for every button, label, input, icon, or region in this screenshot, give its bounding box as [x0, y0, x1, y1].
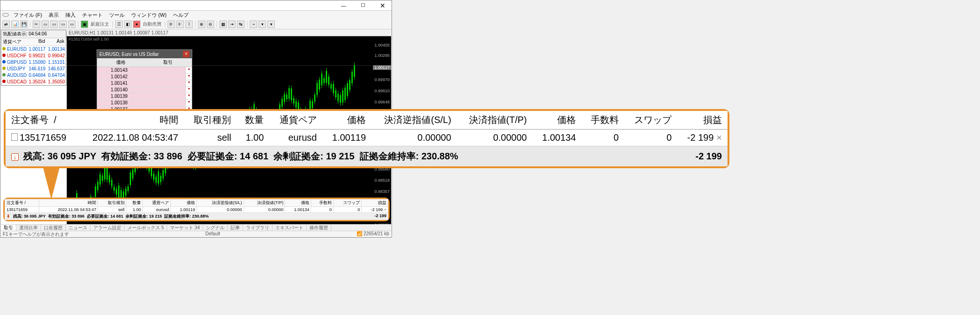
th-price2-lg[interactable]: 価格 — [532, 111, 581, 130]
th-comm-lg[interactable]: 手数料 — [581, 111, 624, 130]
th-price2[interactable]: 価格 — [285, 199, 311, 207]
terminal-tab[interactable]: シグナル — [203, 225, 228, 231]
terminal-tab[interactable]: マーケット 34 — [167, 225, 203, 231]
th-sl[interactable]: 決済逆指値(S/L) — [197, 199, 244, 207]
th-order[interactable]: 注文番号 / — [5, 199, 39, 207]
dom-row[interactable]: 1.00141 ▾ — [97, 80, 192, 87]
th-price1-lg[interactable]: 価格 — [322, 111, 371, 130]
tb-grid-icon[interactable]: ▦ — [219, 21, 227, 28]
close-button[interactable]: ✕ — [376, 1, 390, 10]
dom-row[interactable]: 1.00143 ▾ — [97, 67, 192, 74]
dom-col-price[interactable]: 価格 — [97, 58, 145, 67]
th-tp-lg[interactable]: 決済指値(T/P) — [457, 111, 532, 130]
menu-help[interactable]: ヘルプ — [170, 12, 191, 19]
tb-shift-icon[interactable]: ↹ — [237, 21, 245, 28]
tb-zoomout-icon[interactable]: ⊖ — [207, 21, 214, 28]
th-pl[interactable]: 損益 — [362, 199, 388, 207]
dom-arrow-icon[interactable]: ▾ — [185, 67, 192, 73]
order-row[interactable]: 135171659 2022.11.08 04:53:47 sell 1.00 … — [5, 207, 388, 213]
menu-chart[interactable]: チャート — [79, 12, 105, 19]
menu-insert[interactable]: 挿入 — [63, 12, 78, 19]
th-type-lg[interactable]: 取引種別 — [184, 111, 237, 130]
tb-scroll-icon[interactable]: ⇥ — [228, 21, 236, 28]
th-swap[interactable]: スワップ — [333, 199, 361, 207]
dom-arrow-icon[interactable]: ▾ — [185, 100, 192, 106]
terminal-tab[interactable]: 記事 — [228, 225, 243, 231]
terminal-tab[interactable]: ニュース — [66, 225, 91, 231]
maximize-button[interactable]: ☐ — [356, 1, 370, 10]
th-vol-lg[interactable]: 数量 — [237, 111, 269, 130]
tb-ind-icon[interactable]: ⌁ — [250, 21, 257, 28]
market-watch-row[interactable]: EURUSD 1.00117 1.00134 — [1, 46, 66, 53]
tb-order-icon[interactable]: ▣ — [81, 21, 88, 28]
dom-row[interactable]: 1.00138 ▾ — [97, 100, 192, 106]
dom-arrow-icon[interactable]: ▾ — [185, 93, 192, 99]
th-sl-lg[interactable]: 決済逆指値(S/L) — [371, 111, 457, 130]
terminal-tab[interactable]: 取引 — [1, 225, 16, 231]
dom-arrow-icon[interactable]: ▾ — [185, 80, 192, 86]
terminal-tab[interactable]: 操作履歴 — [307, 225, 331, 231]
terminal-tab[interactable]: 運用比率 — [16, 225, 41, 231]
th-vol[interactable]: 数量 — [126, 199, 142, 207]
mw-col-ask[interactable]: Ask — [47, 38, 66, 46]
dom-arrow-icon[interactable]: ▾ — [185, 87, 192, 93]
dom-arrow-icon[interactable]: ▾ — [185, 74, 192, 80]
menu-file[interactable]: ファイル (F) — [11, 12, 45, 19]
minimize-button[interactable]: — — [336, 1, 350, 10]
menu-view[interactable]: 表示 — [46, 12, 62, 19]
th-price1[interactable]: 価格 — [171, 199, 197, 207]
th-order-lg[interactable]: 注文番号 / — [6, 111, 78, 130]
dom-col-trade[interactable]: 取引 — [145, 58, 192, 67]
tb-save-icon[interactable]: 💾 — [20, 21, 28, 28]
tb-temp-icon[interactable]: ▾ — [259, 21, 266, 28]
th-symbol-lg[interactable]: 通貨ペア — [269, 111, 322, 130]
terminal-tab[interactable]: 口座履歴 — [41, 225, 66, 231]
autotrade-label[interactable]: 自動売買 — [142, 21, 162, 27]
th-pl-lg[interactable]: 損益 — [677, 111, 728, 130]
tb-cut-icon[interactable]: ✂ — [33, 21, 40, 28]
tb-transfer-icon[interactable]: ⇄ — [2, 21, 10, 28]
market-watch-row[interactable]: AUDUSD 0.64684 0.64704 — [1, 72, 66, 79]
th-time-lg[interactable]: 時間 — [78, 111, 184, 130]
market-watch-row[interactable]: USDJPY 146.619 146.637 — [1, 66, 66, 72]
tb-toggle-icon[interactable]: ◧ — [124, 21, 132, 28]
tb-doc3-icon[interactable]: ▭ — [59, 21, 67, 28]
tb-line-icon[interactable]: ⌇ — [185, 21, 193, 28]
terminal-tab[interactable]: エキスパート — [273, 225, 307, 231]
dom-row[interactable]: 1.00139 ▾ — [97, 93, 192, 100]
mw-col-symbol[interactable]: 通貨ペア — [1, 38, 27, 46]
menu-window[interactable]: ウィンドウ (W) — [128, 12, 169, 19]
close-order-x[interactable]: × — [384, 207, 386, 212]
tb-doc-icon[interactable]: ▭ — [42, 21, 49, 28]
market-watch-row[interactable]: USDCAD 1.35024 1.35050 — [1, 79, 66, 85]
tb-zoomin-icon[interactable]: ⊕ — [198, 21, 205, 28]
th-tp[interactable]: 決済指値(T/P) — [244, 199, 285, 207]
menu-tools[interactable]: ツール — [106, 12, 127, 19]
tb-candle-icon[interactable]: ⊪ — [168, 21, 175, 28]
market-watch-row[interactable]: USDCHF 0.99021 0.99042 — [1, 53, 66, 59]
tb-autotrade-icon[interactable]: ● — [133, 21, 140, 28]
th-type[interactable]: 取引種別 — [98, 199, 126, 207]
tb-more-icon[interactable]: ▾ — [267, 21, 275, 28]
market-watch-row[interactable]: GBPUSD 1.15080 1.15101 — [1, 59, 66, 66]
order-row-lg[interactable]: 135171659 2022.11.08 04:53:47 sell 1.00 … — [6, 130, 728, 146]
tb-chart-icon[interactable]: 📊 — [11, 21, 19, 28]
close-order-button[interactable]: × — [714, 132, 722, 143]
terminal-tab[interactable]: ライブラリ — [243, 225, 273, 231]
summary-total-lg: -2 199 — [677, 146, 728, 167]
tb-profile-icon[interactable]: ☰ — [115, 21, 123, 28]
th-symbol[interactable]: 通貨ペア — [142, 199, 170, 207]
th-swap-lg[interactable]: スワップ — [624, 111, 678, 130]
new-order-label[interactable]: 新規注文 — [90, 21, 110, 27]
tb-bar-icon[interactable]: ⊩ — [176, 21, 184, 28]
th-time[interactable]: 時間 — [39, 199, 98, 207]
th-comm[interactable]: 手数料 — [311, 199, 333, 207]
dom-row[interactable]: 1.00140 ▾ — [97, 87, 192, 93]
terminal-tab[interactable]: アラーム設定 — [91, 225, 125, 231]
dom-row[interactable]: 1.00142 ▾ — [97, 74, 192, 80]
tb-doc2-icon[interactable]: ▭ — [50, 21, 58, 28]
mw-col-bid[interactable]: Bid — [27, 38, 46, 46]
tb-doc4-icon[interactable]: ▭ — [68, 21, 76, 28]
terminal-tab[interactable]: メールボックス 5 — [125, 225, 167, 231]
dom-close-button[interactable]: × — [183, 51, 189, 57]
